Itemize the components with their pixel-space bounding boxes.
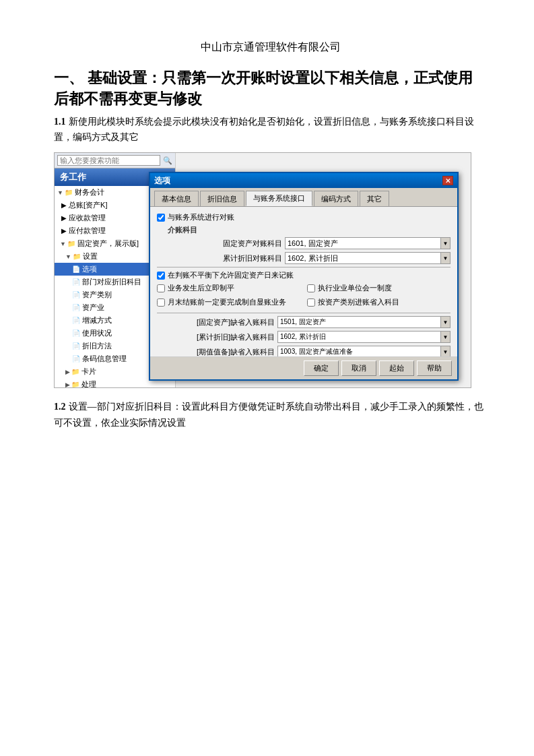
checkbox-bytype[interactable]: [307, 298, 315, 307]
tree-label: 财务会计: [75, 187, 104, 197]
sidebar-header-label: 务工作: [60, 172, 86, 182]
folder-icon: 📁: [71, 368, 79, 375]
dialog-content: 与账务系统进行对账 介账科目 固定资产对账科目 1601, 固定资产 ▼ 累计折…: [150, 207, 457, 356]
dialog-title: 选项: [154, 175, 170, 187]
close-button[interactable]: ✕: [442, 176, 453, 185]
dropdown-btn-ad-default[interactable]: ▼: [440, 332, 450, 342]
checkbox-row-immediate: 业务发生后立即制平: [157, 283, 300, 293]
search-input[interactable]: [57, 155, 160, 166]
dialog-footer: 确定 取消 起始 帮助: [150, 356, 457, 379]
tab-encoding[interactable]: 编码方式: [314, 191, 358, 206]
checkbox-row-bytype: 按资产类别进账省入科目: [307, 297, 450, 307]
item-icon: ▶: [61, 214, 67, 222]
checkbox-enterprise[interactable]: [307, 284, 315, 292]
dropdown-btn-fa-default[interactable]: ▼: [440, 317, 450, 327]
item-icon: 📄: [72, 291, 80, 298]
checkbox-bytype-label: 按资产类别进账省入科目: [318, 297, 399, 307]
field-input-reserve-default[interactable]: 1003, 固定资产减值准备 ▼: [277, 346, 450, 356]
arrow-icon: ▼: [57, 189, 63, 196]
item-icon: 📄: [72, 317, 80, 324]
checkbox-accounting-label: 与账务系统进行对账: [168, 212, 234, 222]
tree-label: 总账[资产K]: [69, 200, 107, 210]
dropdown-btn-reserve-default[interactable]: ▼: [440, 346, 450, 356]
checkbox-unbalanced-label: 在判账不平衡下允许固定资产日来记账: [168, 270, 294, 280]
tree-label: 应付款管理: [69, 226, 106, 236]
tree-label: 使用状况: [82, 328, 112, 338]
checkbox-row-enterprise: 执行业业单位会一制度: [307, 283, 450, 293]
field-row-fixed-asset: 固定资产对账科目 1601, 固定资产 ▼: [168, 237, 450, 249]
field-row-fa-default: [固定资产]缺省入账科目 1501, 固定资产 ▼: [157, 316, 450, 328]
checkbox-immediate-label: 业务发生后立即制平: [168, 283, 234, 293]
item-icon: 📄: [72, 355, 80, 363]
tab-accounting-interface[interactable]: 与账务系统接口: [246, 191, 312, 206]
field-label-fa-default: [固定资产]缺省入账科目: [157, 317, 275, 327]
folder-icon: 📁: [65, 189, 73, 196]
item-icon: 📄: [72, 304, 80, 311]
checkbox-monthend[interactable]: [157, 298, 165, 307]
subsection-1-1-label: 1.1: [54, 117, 66, 127]
sidebar-search-bar: 🔍: [55, 153, 175, 168]
tree-label: 资产类别: [82, 290, 112, 300]
item-icon: 📄: [72, 278, 80, 286]
options-dialog: 选项 ✕ 基本信息 折旧信息 与账务系统接口 编码方式 其它 与账务系统进行对账…: [149, 172, 459, 381]
dropdown-btn-accumulated[interactable]: ▼: [440, 253, 450, 263]
checkbox-immediate[interactable]: [157, 284, 165, 292]
sub-section-label: 介账科目: [168, 225, 450, 235]
tree-label: 部门对应折旧科目: [82, 277, 141, 287]
tree-label: 资产业: [82, 303, 104, 313]
field-input-fixed-asset[interactable]: 1601, 固定资产 ▼: [285, 237, 450, 249]
dialog-titlebar: 选项 ✕: [150, 173, 457, 188]
search-icon: 🔍: [163, 156, 172, 165]
field-label-fixed-asset: 固定资产对账科目: [168, 239, 282, 249]
start-button[interactable]: 起始: [379, 360, 414, 376]
subsection-1-2-body: 设置—部门对应折旧科目：设置此科目方便做凭证时系统自动带出科目，减少手工录入的频…: [54, 402, 483, 428]
checkbox-row-accounting: 与账务系统进行对账: [157, 212, 450, 222]
folder-icon: 📁: [73, 253, 81, 260]
confirm-button[interactable]: 确定: [304, 360, 339, 376]
app-area: 🔍 务工作 ▼ 📁 财务会计 ▶ 总账[资产K] ▶ 应收款管理: [54, 152, 471, 388]
subsection-1-2-text: 1.2设置—部门对应折旧科目：设置此科目方便做凭证时系统自动带出科目，减少手工录…: [54, 399, 487, 431]
field-row-accumulated-depreciation: 累计折旧对账科目 1602, 累计折旧 ▼: [168, 252, 450, 264]
subsection-1-1-text: 1.1新使用此模块时系统会提示此模块没有初始化是否初始化，设置折旧信息，与账务系…: [54, 114, 487, 146]
checkbox-accounting[interactable]: [157, 214, 165, 222]
tree-label: 处理: [81, 379, 96, 387]
item-icon: 📄: [72, 265, 80, 273]
field-input-accumulated-depreciation[interactable]: 1602, 累计折旧 ▼: [285, 252, 450, 264]
tree-label: 应收款管理: [69, 213, 106, 223]
tree-label: 固定资产，展示版]: [77, 239, 139, 249]
arrow-icon: ▼: [65, 253, 71, 260]
checkbox-enterprise-label: 执行业业单位会一制度: [318, 283, 392, 293]
divider1: [157, 267, 450, 267]
subsection-1-2-label: 1.2: [54, 402, 66, 412]
field-label-reserve-default: [期值值备]缺省入账科目: [157, 347, 275, 357]
dropdown-btn-fixed-asset[interactable]: ▼: [440, 238, 450, 249]
tab-other[interactable]: 其它: [360, 191, 389, 206]
tree-label: 卡片: [81, 367, 96, 377]
tree-label: 条码信息管理: [82, 354, 127, 364]
field-label-accumulated-depreciation: 累计折旧对账科目: [168, 253, 282, 263]
tree-label: 选项: [82, 264, 97, 274]
item-icon: 📄: [72, 329, 80, 337]
tree-label: 折旧方法: [82, 341, 112, 351]
checkbox-monthend-label: 月末结账前一定要完成制自显账业务: [168, 297, 286, 307]
arrow-icon: ▼: [60, 241, 66, 247]
field-label-ad-default: [累计折旧]缺省入账科目: [157, 332, 275, 342]
item-icon: 📄: [72, 342, 80, 350]
field-input-ad-default[interactable]: 1602, 累计折旧 ▼: [277, 331, 450, 343]
dialog-tabs: 基本信息 折旧信息 与账务系统接口 编码方式 其它: [150, 188, 457, 207]
field-input-fa-default[interactable]: 1501, 固定资产 ▼: [277, 316, 450, 328]
divider2: [157, 313, 450, 313]
tab-depreciation-info[interactable]: 折旧信息: [200, 191, 244, 206]
checkbox-unbalanced[interactable]: [157, 272, 165, 280]
help-button[interactable]: 帮助: [417, 360, 452, 376]
cancel-button[interactable]: 取消: [341, 360, 376, 376]
field-row-ad-default: [累计折旧]缺省入账科目 1602, 累计折旧 ▼: [157, 331, 450, 343]
tree-label: 设置: [83, 251, 98, 261]
arrow-icon: ▶: [65, 369, 70, 375]
field-row-reserve-default: [期值值备]缺省入账科目 1003, 固定资产减值准备 ▼: [157, 346, 450, 356]
subsection-1-1-body: 新使用此模块时系统会提示此模块没有初始化是否初始化，设置折旧信息，与账务系统接口…: [54, 117, 474, 143]
section-title: 一、 基础设置：只需第一次开账时设置以下相关信息，正式使用后都不需再变更与修改: [54, 68, 487, 110]
tab-basic-info[interactable]: 基本信息: [154, 191, 199, 206]
check-group: 业务发生后立即制平 执行业业单位会一制度 月末结账前一定要完成制自显账业务 按资…: [157, 283, 450, 310]
tree-label: 增减方式: [82, 315, 112, 325]
